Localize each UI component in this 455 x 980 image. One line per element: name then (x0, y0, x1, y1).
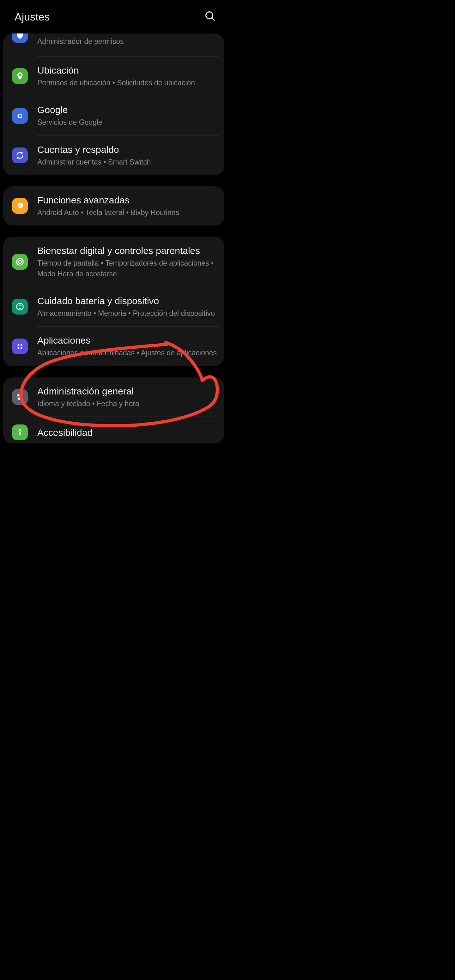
plus-badge-icon (12, 198, 28, 214)
setting-text: Ubicación Permisos de ubicación • Solici… (37, 64, 219, 88)
setting-text: Cuidado batería y dispositivo Almacenami… (37, 295, 219, 319)
setting-item-location[interactable]: Ubicación Permisos de ubicación • Solici… (3, 57, 224, 96)
setting-item-accessibility[interactable]: Accesibilidad (3, 417, 224, 444)
setting-subtitle: Tiempo de pantalla • Temporizadores de a… (37, 258, 219, 279)
setting-title: Ubicación (37, 64, 219, 76)
svg-point-15 (19, 398, 20, 399)
pin-icon (12, 68, 28, 84)
setting-subtitle: Android Auto • Tecla lateral • Bixby Rou… (37, 207, 219, 218)
svg-text:G: G (18, 112, 22, 119)
setting-title: Accesibilidad (37, 426, 219, 439)
settings-group: Administración general Idioma y teclado … (3, 377, 224, 444)
setting-item-device-care[interactable]: Cuidado batería y dispositivo Almacenami… (3, 287, 224, 326)
page-header: Ajustes (0, 0, 228, 33)
google-icon: G (12, 108, 28, 124)
setting-subtitle: Permisos de ubicación • Solicitudes de u… (37, 78, 219, 88)
setting-title: Aplicaciones (37, 334, 219, 347)
settings-group: Bienestar digital y controles parentales… (3, 237, 224, 366)
svg-point-9 (21, 347, 22, 349)
setting-subtitle: Administrar cuentas • Smart Switch (37, 157, 219, 167)
setting-text: Bienestar digital y controles parentales… (37, 245, 219, 279)
refresh-circle-icon (12, 299, 28, 315)
svg-point-14 (21, 396, 22, 398)
svg-line-1 (212, 18, 214, 21)
setting-title: Google (37, 103, 219, 116)
svg-point-3 (17, 259, 23, 265)
settings-group: Funciones avanzadas Android Auto • Tecla… (3, 186, 224, 226)
person-icon (12, 425, 28, 440)
setting-text: Cuentas y respaldo Administrar cuentas •… (37, 143, 219, 167)
setting-item-general[interactable]: Administración general Idioma y teclado … (3, 377, 224, 417)
setting-title: Funciones avanzadas (37, 194, 219, 206)
setting-title: Administración general (37, 385, 219, 397)
setting-item-advanced[interactable]: Funciones avanzadas Android Auto • Tecla… (3, 186, 224, 226)
setting-title: Cuentas y respaldo (37, 143, 219, 156)
svg-point-0 (206, 12, 213, 19)
settings-group: Administrador de permisos Ubicación Perm… (3, 33, 224, 175)
setting-text: Administración general Idioma y teclado … (37, 385, 219, 409)
setting-subtitle: Administrador de permisos (37, 36, 219, 47)
setting-title: Cuidado batería y dispositivo (37, 295, 219, 307)
setting-text: Accesibilidad (37, 426, 219, 439)
setting-text: Administrador de permisos (37, 35, 219, 47)
setting-item-accounts[interactable]: Cuentas y respaldo Administrar cuentas •… (3, 136, 224, 175)
apps-grid-icon (12, 339, 28, 354)
svg-point-16 (19, 429, 21, 431)
svg-point-8 (18, 347, 19, 349)
setting-subtitle: Almacenamiento • Memoria • Protección de… (37, 308, 219, 319)
svg-point-5 (17, 304, 23, 310)
svg-point-7 (21, 344, 22, 346)
sliders-icon (12, 389, 28, 405)
setting-text: Google Servicios de Google (37, 103, 219, 127)
setting-item-privacy[interactable]: Administrador de permisos (3, 33, 224, 56)
setting-text: Aplicaciones Aplicaciones predeterminada… (37, 334, 219, 358)
setting-item-wellbeing[interactable]: Bienestar digital y controles parentales… (3, 237, 224, 287)
setting-subtitle: Idioma y teclado • Fecha y hora (37, 399, 219, 409)
setting-subtitle: Servicios de Google (37, 117, 219, 127)
setting-item-google[interactable]: G Google Servicios de Google (3, 96, 224, 135)
shield-icon (12, 33, 28, 43)
setting-title: Bienestar digital y controles parentales (37, 245, 219, 257)
search-icon[interactable] (204, 10, 216, 23)
svg-point-13 (18, 395, 19, 396)
svg-point-6 (18, 344, 19, 346)
heart-circle-icon (12, 254, 28, 270)
setting-item-apps[interactable]: Aplicaciones Aplicaciones predeterminada… (3, 326, 224, 366)
setting-text: Funciones avanzadas Android Auto • Tecla… (37, 194, 219, 218)
setting-subtitle: Aplicaciones predeterminadas • Ajustes d… (37, 348, 219, 358)
page-title: Ajustes (14, 11, 50, 23)
sync-icon (12, 148, 28, 163)
svg-point-4 (18, 261, 21, 263)
